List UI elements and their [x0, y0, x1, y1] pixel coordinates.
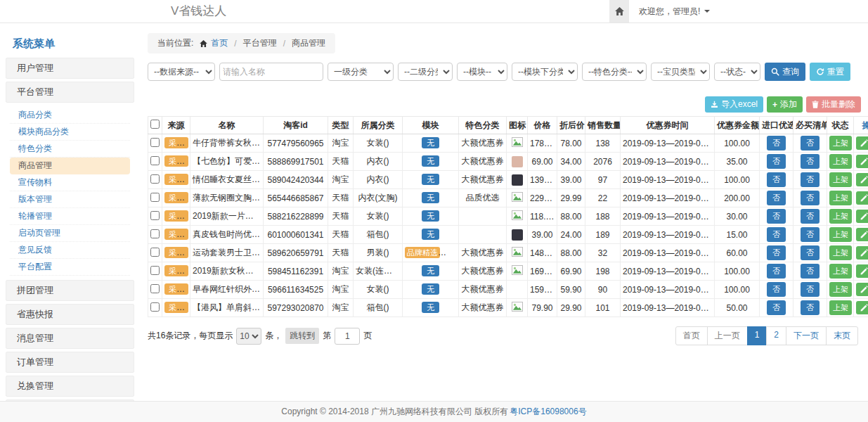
sidebar-subitem[interactable]: 宣传物料 [10, 174, 130, 191]
must-buy-toggle[interactable]: 否 [801, 282, 820, 297]
status-button[interactable]: 上架 [829, 300, 852, 315]
status-button[interactable]: 上架 [829, 282, 852, 297]
edit-button[interactable] [856, 173, 868, 186]
per-page-select[interactable]: 10 [236, 328, 261, 345]
must-buy-toggle[interactable]: 否 [801, 300, 820, 315]
bulk-delete-button[interactable]: 批量删除 [806, 96, 861, 113]
pager-page-2[interactable]: 2 [766, 326, 786, 345]
row-checkbox[interactable] [150, 193, 160, 202]
must-buy-toggle[interactable]: 否 [801, 227, 820, 242]
row-checkbox[interactable] [150, 266, 160, 275]
row-checkbox[interactable] [150, 302, 160, 312]
status-button[interactable]: 上架 [829, 227, 852, 242]
row-checkbox[interactable] [150, 284, 160, 293]
icp-link[interactable]: 粤ICP备16098006号 [510, 406, 586, 418]
status-select[interactable]: --状态-- [714, 63, 760, 81]
sidebar-group[interactable]: 订单管理 [6, 352, 134, 373]
status-button[interactable]: 上架 [829, 172, 852, 187]
status-button[interactable]: 上架 [829, 209, 852, 224]
imported-toggle[interactable]: 否 [767, 282, 786, 297]
status-button[interactable]: 上架 [829, 245, 852, 260]
row-checkbox[interactable] [150, 138, 160, 147]
status-button[interactable]: 上架 [829, 154, 852, 169]
sidebar-group[interactable]: 省惠快报 [6, 304, 134, 325]
sidebar-subitem[interactable]: 商品分类 [10, 107, 130, 124]
sidebar-subitem[interactable]: 版本管理 [10, 191, 130, 208]
must-buy-toggle[interactable]: 否 [801, 136, 820, 151]
sidebar-subitem[interactable]: 模块商品分类 [10, 124, 130, 141]
taoke-id: 598451162391 [264, 262, 328, 281]
level2-category-select[interactable]: --二级分类-- [398, 63, 453, 81]
item-type-select[interactable]: --宝贝类型-- [651, 63, 710, 81]
must-buy-toggle[interactable]: 否 [801, 264, 820, 279]
breadcrumb-link-home[interactable]: 首页 [211, 37, 228, 49]
pager-prev[interactable]: 上一页 [707, 326, 748, 345]
row-checkbox[interactable] [150, 174, 160, 184]
sidebar-subitem[interactable]: 启动页管理 [10, 225, 130, 242]
data-source-select[interactable]: --数据来源-- [148, 63, 215, 81]
module-subcategory-select[interactable]: --模块下分类-- [512, 63, 578, 81]
sidebar-subitem[interactable]: 特色分类 [10, 141, 130, 158]
feature-category: 大额优惠券 [459, 299, 507, 317]
imported-toggle[interactable]: 否 [767, 264, 786, 279]
jump-button[interactable]: 跳转到 [285, 328, 319, 344]
edit-button[interactable] [856, 283, 868, 296]
sidebar-subitem[interactable]: 商品管理 [10, 158, 130, 174]
imported-toggle[interactable]: 否 [767, 191, 786, 205]
must-buy-toggle[interactable]: 否 [801, 209, 820, 224]
page-number-input[interactable] [335, 328, 360, 345]
must-buy-toggle[interactable]: 否 [801, 191, 820, 205]
row-checkbox[interactable] [150, 248, 160, 257]
search-button[interactable]: 查询 [765, 63, 805, 81]
sidebar-group[interactable]: 平台管理 [6, 82, 134, 103]
pager-next[interactable]: 下一页 [786, 326, 827, 345]
status-button[interactable]: 上架 [829, 264, 852, 279]
imported-toggle[interactable]: 否 [767, 300, 786, 315]
sales-count: 2076 [585, 153, 621, 171]
sidebar-group[interactable]: 消息管理 [6, 328, 134, 349]
level1-category-select[interactable]: 一级分类 [328, 63, 394, 81]
sidebar-group[interactable]: 用户管理 [6, 58, 134, 79]
module-select[interactable]: --模块-- [457, 63, 507, 81]
feature-category-select[interactable]: --特色分类-- [582, 63, 647, 81]
sidebar-group[interactable]: 兑换管理 [6, 376, 134, 397]
imported-toggle[interactable]: 否 [767, 136, 786, 151]
user-menu[interactable]: 欢迎您，管理员! [629, 0, 720, 23]
imported-toggle[interactable]: 否 [767, 245, 786, 260]
add-button[interactable]: + 添加 [767, 96, 803, 113]
edit-button[interactable] [856, 136, 868, 150]
pager-page-1[interactable]: 1 [747, 326, 767, 345]
must-buy-toggle[interactable]: 否 [801, 245, 820, 260]
status-button[interactable]: 上架 [829, 191, 852, 205]
must-buy-toggle[interactable]: 否 [801, 172, 820, 187]
reset-button[interactable]: 重置 [810, 63, 850, 81]
edit-button[interactable] [856, 301, 868, 314]
name-input[interactable] [219, 63, 323, 81]
edit-button[interactable] [856, 246, 868, 260]
imported-toggle[interactable]: 否 [767, 209, 786, 224]
must-buy-toggle[interactable]: 否 [801, 154, 820, 169]
breadcrumb-separator: / [280, 39, 288, 49]
imported-toggle[interactable]: 否 [767, 227, 786, 242]
edit-button[interactable] [856, 264, 868, 278]
imported-toggle[interactable]: 否 [767, 154, 786, 169]
sidebar-subitem[interactable]: 意见反馈 [10, 242, 130, 259]
sidebar-group[interactable]: 拼团管理 [6, 280, 134, 301]
row-checkbox[interactable] [150, 229, 160, 238]
edit-button[interactable] [856, 155, 868, 168]
pager-last[interactable]: 末页 [826, 326, 858, 345]
row-checkbox[interactable] [150, 156, 160, 165]
sidebar-subitem[interactable]: 平台配置 [10, 259, 130, 276]
edit-button[interactable] [856, 191, 868, 205]
imported-toggle[interactable]: 否 [767, 172, 786, 187]
sidebar-subitem[interactable]: 轮播管理 [10, 208, 130, 225]
edit-button[interactable] [856, 210, 868, 223]
import-excel-button[interactable]: 导入excel [705, 96, 763, 113]
pager-first[interactable]: 首页 [675, 326, 708, 345]
home-button[interactable] [609, 0, 629, 23]
status-button[interactable]: 上架 [829, 136, 852, 151]
row-checkbox[interactable] [150, 211, 160, 220]
edit-button[interactable] [856, 228, 868, 241]
products-table: 来源名称淘客id类型所属分类模块特色分类图标价格折后价销售数量优惠券时间优惠券金… [148, 116, 868, 317]
select-all-checkbox[interactable] [150, 120, 160, 129]
